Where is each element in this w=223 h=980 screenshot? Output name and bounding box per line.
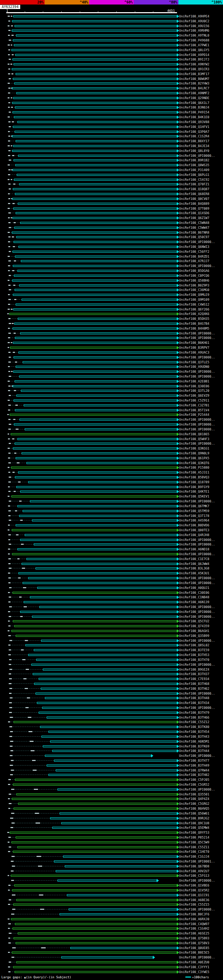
hit-label[interactable]: UniRef100_Q5KEV1: [179, 495, 209, 498]
hit-bar[interactable]: [12, 529, 177, 531]
hit-bar[interactable]: [13, 169, 177, 171]
hit-label[interactable]: UniRef100_Q7RW44: [179, 768, 209, 772]
hit-label[interactable]: UniRef100_B8XY17: [179, 139, 209, 143]
hit-label[interactable]: UniRef100_Q6EVZ9: [179, 394, 209, 397]
hit-label[interactable]: UniRef100_C55Z12: [179, 720, 209, 724]
hit-label[interactable]: UniRef100_C56FF2: [179, 250, 209, 253]
hit-bar[interactable]: [14, 399, 177, 401]
hit-label[interactable]: UniRef100_Q3P0A7: [179, 130, 209, 134]
hit-bar[interactable]: [11, 841, 177, 843]
hit-bar[interactable]: [15, 779, 177, 781]
hit-bar[interactable]: [19, 418, 177, 421]
hit-bar[interactable]: [16, 899, 177, 901]
hit-bar[interactable]: [33, 673, 177, 675]
hit-bar[interactable]: [13, 265, 177, 267]
hit-label[interactable]: UniRef100_A5K3U1: [179, 571, 209, 575]
hit-bar[interactable]: [31, 663, 177, 666]
hit-label[interactable]: UniRef100_C4QW97: [179, 922, 209, 926]
hit-bar[interactable]: [14, 937, 177, 939]
hit-bar[interactable]: [11, 495, 177, 498]
hit-label[interactable]: UniRef100_Q5EMW4: [179, 826, 209, 829]
hit-bar[interactable]: [37, 587, 177, 589]
hit-bar[interactable]: [13, 620, 177, 622]
hit-bar[interactable]: [16, 304, 177, 305]
hit-bar[interactable]: [43, 745, 177, 748]
hit-bar[interactable]: [14, 227, 177, 229]
hit-label[interactable]: UniRef100_B4JE34: [179, 144, 209, 148]
hit-bar[interactable]: [63, 856, 177, 858]
hit-label[interactable]: UniRef100_A9TNL0: [179, 34, 209, 37]
hit-label[interactable]: UniRef100_Q9C1U8: [179, 821, 209, 825]
hit-label[interactable]: UniRef100_A9RHM6: [179, 29, 209, 32]
hit-label[interactable]: UniRef100_Q3TLE5: [179, 361, 209, 364]
hit-label[interactable]: UniRef100_B4H8M5: [179, 327, 209, 330]
hit-label[interactable]: UniRef100_P25444: [179, 413, 209, 417]
hit-bar[interactable]: [12, 280, 177, 282]
hit-bar[interactable]: [24, 404, 177, 406]
hit-label[interactable]: UniRef100_Q75B93: [179, 937, 209, 940]
hit-bar[interactable]: [15, 923, 177, 925]
hit-label[interactable]: UniRef100_B4K1E0: [179, 115, 209, 119]
hit-bar[interactable]: [18, 438, 177, 440]
hit-label[interactable]: UniRef100_C3Z7B1: [179, 404, 209, 407]
hit-bar[interactable]: [12, 68, 177, 70]
hit-bar[interactable]: [19, 515, 177, 517]
hit-label[interactable]: UniRef100_UPI0000..: [179, 542, 215, 546]
hit-label[interactable]: UniRef100_B4LRC7: [179, 87, 209, 90]
hit-bar[interactable]: [13, 217, 177, 219]
hit-label[interactable]: UniRef100_B3TH82: [179, 773, 209, 776]
hit-bar[interactable]: [16, 524, 177, 526]
hit-bar[interactable]: [26, 462, 177, 464]
hit-label[interactable]: UniRef100_C55Z11: [179, 845, 209, 849]
hit-bar[interactable]: [12, 889, 177, 891]
hit-label[interactable]: UniRef100_Q1VBE6: [179, 884, 209, 887]
hit-bar[interactable]: [14, 159, 177, 161]
hit-bar[interactable]: [32, 519, 177, 522]
hit-bar[interactable]: [16, 486, 177, 488]
hit-label[interactable]: UniRef100_Q18789: [179, 480, 209, 484]
hit-bar[interactable]: [28, 577, 177, 579]
hit-bar[interactable]: [18, 318, 177, 320]
hit-label[interactable]: UniRef100_B3TH66: [179, 716, 209, 719]
hit-bar[interactable]: [14, 323, 177, 325]
hit-bar[interactable]: [13, 928, 177, 929]
hit-bar[interactable]: [16, 457, 177, 459]
hit-bar[interactable]: [15, 193, 177, 195]
hit-bar[interactable]: [14, 356, 177, 358]
hit-bar[interactable]: [13, 904, 177, 905]
hit-label[interactable]: UniRef100_UPI0000..: [179, 500, 215, 503]
hit-label[interactable]: UniRef100_P49688: [179, 38, 209, 42]
hit-bar[interactable]: [11, 630, 177, 632]
hit-label[interactable]: UniRef100_B6HVQ5: [179, 807, 209, 810]
hit-bar[interactable]: [14, 625, 177, 627]
hit-bar[interactable]: [13, 126, 177, 128]
hit-label[interactable]: UniRef100_Q1HFV1: [179, 125, 209, 129]
hit-label[interactable]: UniRef100_A6RXJ0: [179, 918, 209, 921]
hit-bar[interactable]: [14, 885, 177, 886]
hit-bar[interactable]: [58, 880, 157, 881]
hit-bar[interactable]: [13, 851, 177, 853]
hit-bar[interactable]: [18, 846, 177, 848]
hit-bar[interactable]: [67, 894, 177, 896]
hit-bar[interactable]: [14, 275, 177, 277]
hit-label[interactable]: UniRef100_A0EZU0: [179, 961, 209, 964]
hit-label[interactable]: UniRef100_B5DGA6: [179, 269, 209, 272]
hit-label[interactable]: UniRef100_B4G7B4: [179, 322, 209, 325]
hit-bar[interactable]: [18, 270, 177, 272]
hit-label[interactable]: UniRef100_B2YHW3: [179, 82, 209, 85]
hit-bar[interactable]: [15, 164, 177, 166]
hit-bar[interactable]: [16, 837, 177, 838]
hit-bar[interactable]: [13, 111, 177, 113]
hit-bar[interactable]: [26, 644, 177, 646]
hit-label[interactable]: UniRef100_UPI0000..: [179, 375, 215, 378]
hit-bar[interactable]: [18, 246, 177, 248]
hit-label[interactable]: UniRef100_B0WUM7: [179, 77, 209, 81]
hit-bar[interactable]: [71, 947, 177, 949]
hit-bar[interactable]: [69, 908, 177, 910]
hit-bar[interactable]: [41, 687, 177, 690]
hit-label[interactable]: UniRef100_Q67BD8: [179, 865, 209, 868]
hit-bar[interactable]: [16, 793, 177, 795]
hit-label[interactable]: UniRef100_B5DH35: [179, 317, 209, 321]
hit-bar[interactable]: [12, 87, 177, 89]
hit-label[interactable]: UniRef100_C30E06: [179, 591, 209, 595]
